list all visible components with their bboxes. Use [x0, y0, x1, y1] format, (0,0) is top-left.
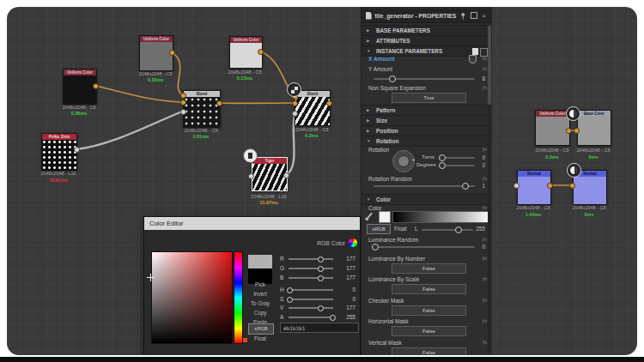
wire-grayscale[interactable] — [76, 112, 182, 149]
scrollbar-thumb[interactable] — [488, 26, 491, 105]
input-port[interactable] — [180, 100, 186, 106]
float-mode-label[interactable]: Float — [394, 226, 406, 232]
channel-slider-v[interactable] — [289, 307, 333, 309]
channel-slider-h[interactable] — [289, 289, 333, 291]
function-icon[interactable]: ƒx — [482, 66, 487, 71]
slider-handle[interactable] — [455, 226, 462, 233]
luminance-by-number-toggle[interactable]: False — [392, 263, 466, 274]
shield-icon[interactable] — [469, 55, 477, 63]
channel-slider-b[interactable] — [289, 277, 333, 279]
slider-handle[interactable] — [318, 275, 324, 281]
slider-handle[interactable] — [287, 297, 293, 303]
hex-input[interactable] — [280, 323, 359, 333]
output-port[interactable] — [93, 83, 99, 89]
output-port[interactable] — [169, 50, 175, 56]
slider-handle[interactable] — [439, 154, 446, 161]
function-icon[interactable]: ƒx — [482, 256, 487, 261]
dial-knob[interactable] — [398, 155, 410, 167]
channel-slider-a[interactable] — [289, 317, 333, 318]
slider-handle[interactable] — [462, 183, 469, 190]
color-swatch[interactable] — [379, 211, 391, 223]
luminance-random-slider[interactable] — [374, 246, 475, 248]
l-slider[interactable] — [422, 229, 473, 231]
function-icon[interactable]: ƒx — [482, 276, 487, 281]
input-port[interactable] — [292, 100, 298, 106]
output-port[interactable] — [547, 183, 553, 189]
input-port-mask[interactable] — [180, 109, 186, 115]
input-port[interactable] — [180, 93, 186, 99]
pin-icon[interactable] — [459, 12, 466, 20]
bitmap-resource-badge[interactable] — [243, 148, 258, 163]
input-port-mask[interactable] — [292, 111, 298, 117]
node-normal[interactable]: Normal — [517, 170, 551, 205]
function-icon[interactable]: ƒx — [482, 237, 487, 242]
saturation-value-picker[interactable] — [151, 251, 233, 344]
output-usage-badge[interactable] — [566, 106, 580, 121]
function-icon[interactable]: ƒx — [482, 298, 487, 303]
output-usage-badge[interactable] — [567, 163, 581, 178]
input-port[interactable] — [574, 128, 580, 134]
invert-button[interactable]: Invert — [240, 291, 280, 297]
sv-cursor[interactable] — [147, 274, 155, 281]
blend-mode-badge[interactable] — [287, 82, 301, 97]
output-port[interactable] — [74, 147, 80, 153]
channel-slider-s[interactable] — [289, 299, 333, 300]
param-x-amount[interactable]: X Amount — [368, 56, 394, 62]
channel-slider-g[interactable] — [289, 268, 333, 269]
function-icon[interactable]: ƒx — [482, 56, 487, 61]
vertical-mask-toggle[interactable]: False — [392, 347, 466, 355]
rotation-dial[interactable] — [392, 150, 415, 172]
non-square-toggle-button[interactable]: True — [392, 93, 466, 103]
node-uniform-color[interactable]: Uniform Color — [139, 35, 173, 71]
bookmark-outline-icon[interactable] — [480, 48, 488, 57]
slider-handle[interactable] — [318, 256, 324, 262]
output-port[interactable] — [258, 49, 264, 55]
node-graph-canvas[interactable]: Uniform Color 2048x2048 - C8 0.36ms Unif… — [7, 7, 637, 355]
input-port[interactable] — [569, 183, 575, 189]
panel-title-bar[interactable]: tile_generator - PROPERTIES × — [361, 9, 492, 23]
horizontal-mask-toggle[interactable]: False — [392, 326, 466, 336]
output-port[interactable] — [566, 128, 572, 134]
function-icon[interactable]: ƒx — [482, 147, 487, 152]
color-editor-dialog[interactable]: Color Editor RGB Color Pick Invert To Gr… — [143, 216, 361, 355]
y-amount-slider[interactable] — [374, 78, 475, 80]
slider-handle[interactable] — [318, 266, 324, 272]
rotation-random-slider[interactable] — [374, 185, 475, 187]
node-uniform-color[interactable]: Uniform Color — [63, 69, 97, 105]
degrees-slider[interactable] — [440, 165, 475, 166]
function-icon[interactable]: ƒx — [482, 176, 487, 181]
node-blend[interactable]: Blend — [295, 90, 331, 126]
function-icon[interactable]: ƒx — [482, 340, 487, 345]
function-icon[interactable]: ƒx — [482, 318, 487, 323]
slider-handle[interactable] — [389, 75, 396, 82]
turns-slider[interactable] — [440, 157, 475, 159]
hue-slider[interactable] — [234, 251, 243, 344]
output-port[interactable] — [283, 172, 289, 178]
color-wheel-icon[interactable] — [349, 238, 357, 247]
panel-scrollbar[interactable] — [488, 24, 491, 352]
group-rotation[interactable]: ▼ Rotation — [361, 136, 492, 147]
function-icon[interactable]: ƒx — [482, 85, 487, 90]
gradient-bar[interactable] — [392, 211, 490, 223]
node-polka-dots[interactable]: Polka_Dots — [41, 133, 77, 171]
checker-mask-toggle[interactable]: False — [392, 305, 466, 316]
pick-button[interactable]: Pick — [240, 281, 280, 287]
srgb-mode-button[interactable]: sRGB — [367, 224, 391, 234]
float-window-icon[interactable] — [471, 12, 477, 19]
node-base-color-output[interactable]: Base Color — [577, 110, 611, 146]
slider-handle[interactable] — [287, 287, 293, 293]
slider-handle[interactable] — [439, 162, 446, 169]
luminance-by-scale-toggle[interactable]: False — [392, 284, 466, 294]
node-blend[interactable]: Blend — [183, 90, 221, 128]
channel-slider-r[interactable] — [289, 258, 333, 260]
copy-button[interactable]: Copy — [240, 310, 280, 316]
close-icon[interactable]: × — [481, 12, 488, 20]
function-icon[interactable]: ƒx — [482, 205, 487, 210]
srgb-button[interactable]: sRGB — [248, 323, 274, 335]
output-port[interactable] — [216, 100, 222, 106]
dialog-title[interactable]: Color Editor — [144, 217, 360, 230]
slider-handle[interactable] — [372, 244, 379, 250]
wire[interactable] — [95, 86, 181, 102]
bookmark-icon[interactable] — [472, 48, 478, 55]
node-tiger[interactable]: Tiger — [252, 157, 288, 191]
